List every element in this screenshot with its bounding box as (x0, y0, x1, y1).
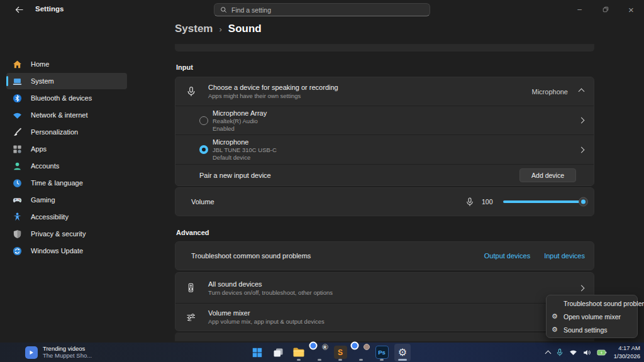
system-icon (12, 76, 22, 86)
add-device-button[interactable]: Add device (519, 168, 576, 182)
running-indicator (318, 359, 321, 361)
output-devices-link[interactable]: Output devices (484, 252, 530, 260)
sidebar-item-label: Privacy & security (31, 230, 86, 238)
speaker-icon[interactable] (583, 349, 591, 356)
chrome-icon (355, 346, 368, 359)
search-input[interactable] (231, 6, 408, 14)
pair-device-label: Pair a new input device (199, 172, 271, 179)
input-section-label: Input (176, 63, 193, 71)
sidebar-item-privacy[interactable]: Privacy & security (6, 226, 127, 242)
settings-gear-icon: ⚙ (398, 348, 407, 358)
chrome-profile-2-button[interactable] (353, 344, 369, 361)
settings-app-button[interactable]: ⚙ (394, 344, 411, 361)
menu-item-troubleshoot[interactable]: Troubleshoot sound problems (547, 297, 637, 310)
chrome-icon: R (313, 346, 326, 359)
chrome-profile-1-button[interactable]: R (311, 344, 328, 361)
input-devices-link[interactable]: Input devices (544, 252, 585, 260)
restore-button[interactable] (592, 0, 618, 19)
sidebar: Home System Bluetooth & devices Network … (0, 55, 135, 260)
device-status: Enabled (213, 125, 267, 132)
sound-devices-icon (186, 283, 196, 293)
close-button[interactable]: × (618, 0, 644, 19)
volume-row: Volume 100 (175, 188, 594, 216)
breadcrumb-system[interactable]: System (175, 23, 213, 35)
sidebar-item-label: Gaming (31, 196, 55, 204)
sidebar-item-windows-update[interactable]: Windows Update (6, 243, 127, 259)
sidebar-item-home[interactable]: Home (6, 56, 127, 72)
system-tray: 4:17 AM 1/30/2026 (546, 343, 640, 362)
running-indicator (380, 359, 384, 361)
back-button[interactable] (10, 3, 28, 16)
widgets-button[interactable]: Trending videos The Muppet Sho... (21, 343, 96, 362)
time-language-icon (12, 178, 22, 188)
sidebar-item-label: Network & internet (31, 111, 87, 119)
task-view-button[interactable] (270, 344, 286, 361)
task-view-icon (273, 348, 284, 358)
widget-title: Trending videos (43, 346, 92, 353)
sidebar-item-time-language[interactable]: Time & language (6, 175, 127, 191)
breadcrumb-separator: › (219, 25, 221, 34)
clock[interactable]: 4:17 AM 1/30/2026 (614, 344, 640, 360)
sidebar-item-network[interactable]: Network & internet (6, 107, 127, 123)
input-devices-card: Choose a device for speaking or recordin… (175, 77, 594, 186)
choose-input-device-row[interactable]: Choose a device for speaking or recordin… (175, 77, 594, 106)
chevron-right-icon[interactable] (579, 146, 585, 153)
row-title: Choose a device for speaking or recordin… (208, 84, 338, 91)
apps-icon (12, 144, 22, 154)
app-title: Settings (35, 5, 64, 13)
advanced-section-label: Advanced (176, 229, 209, 236)
sidebar-item-system[interactable]: System (6, 73, 127, 89)
volume-mixer-row[interactable]: Volume mixer App volume mix, app input &… (175, 303, 594, 331)
sidebar-item-label: Time & language (31, 179, 83, 187)
volume-label: Volume (191, 198, 214, 206)
sidebar-item-label: Home (31, 60, 49, 68)
file-explorer-icon (292, 347, 305, 358)
sidebar-item-apps[interactable]: Apps (6, 141, 127, 157)
search-box[interactable] (214, 3, 430, 16)
chevron-right-icon[interactable] (579, 118, 585, 124)
sidebar-item-accessibility[interactable]: Accessibility (6, 209, 127, 225)
menu-item-open-volume-mixer[interactable]: ⚙ Open volume mixer (547, 310, 637, 323)
sidebar-item-label: Accessibility (31, 213, 69, 221)
pair-device-row: Pair a new input device Add device (175, 164, 594, 185)
sublime-text-button[interactable]: S (332, 344, 348, 361)
device-detail: Realtek(R) Audio (213, 118, 267, 124)
volume-slider-thumb[interactable] (579, 197, 588, 207)
sidebar-item-label: Personalization (31, 128, 78, 136)
radio-selected[interactable] (199, 145, 208, 154)
troubleshoot-label: Troubleshoot common sound problems (191, 252, 311, 260)
tray-microphone-icon[interactable] (556, 348, 564, 357)
gear-icon: ⚙ (552, 326, 559, 333)
battery-icon[interactable] (597, 349, 607, 356)
radio-unselected[interactable] (199, 116, 208, 125)
photoshop-button[interactable]: Ps (374, 344, 390, 361)
sidebar-item-personalization[interactable]: Personalization (6, 124, 127, 140)
sidebar-item-accounts[interactable]: Accounts (6, 158, 127, 174)
profile-badge: R (322, 344, 328, 350)
hidden-icons-chevron[interactable] (545, 350, 551, 356)
menu-item-sound-settings[interactable]: ⚙ Sound settings (547, 323, 637, 336)
wifi-icon[interactable] (569, 349, 577, 356)
device-row-microphone-array[interactable]: Microphone Array Realtek(R) Audio Enable… (175, 106, 594, 134)
widget-subtitle: The Muppet Sho... (43, 353, 92, 359)
minimize-button[interactable]: – (567, 0, 592, 19)
home-icon (12, 59, 22, 69)
volume-slider[interactable] (503, 200, 584, 203)
accounts-icon (12, 161, 22, 171)
context-menu: Troubleshoot sound problems ⚙ Open volum… (546, 295, 638, 338)
windows-update-icon (12, 246, 22, 256)
sidebar-item-gaming[interactable]: Gaming (6, 192, 127, 208)
file-explorer-button[interactable] (291, 344, 307, 361)
all-sound-devices-row[interactable]: All sound devices Turn devices on/off, t… (175, 273, 594, 303)
page-title: Sound (228, 23, 262, 35)
sidebar-item-label: Windows Update (31, 247, 83, 255)
windows-logo-icon (252, 348, 262, 358)
titlebar: Settings – × (0, 0, 644, 19)
start-button[interactable] (249, 344, 265, 361)
chevron-up-icon[interactable] (579, 89, 585, 95)
sidebar-item-bluetooth[interactable]: Bluetooth & devices (6, 90, 127, 106)
device-row-microphone[interactable]: Microphone JBL TUNE 310C USB-C Default d… (175, 134, 594, 164)
microphone-icon (465, 197, 474, 207)
sublime-icon: S (334, 346, 347, 359)
chevron-right-icon[interactable] (579, 285, 585, 291)
